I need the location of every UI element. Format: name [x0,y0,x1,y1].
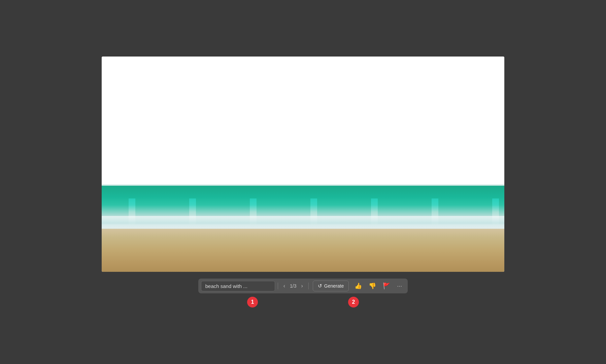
more-icon: ··· [397,283,402,290]
refresh-icon: ↺ [318,283,322,289]
beach-scene [102,57,504,272]
page-indicator: 1/3 [289,283,298,289]
chevron-left-icon: ‹ [283,283,285,289]
divider-1 [278,283,278,289]
nav-group: ‹ 1/3 › [281,282,306,290]
thumbs-up-icon: 👍 [355,282,362,290]
main-container: beach sand with ... ‹ 1/3 › ↺ Generate [102,57,504,307]
image-frame [102,57,504,272]
prev-button[interactable]: ‹ [281,282,288,290]
badge-1: 1 [247,297,258,307]
thumbs-down-button[interactable]: 👎 [366,281,379,291]
action-group: 👍 👎 🚩 ··· [351,281,405,291]
flag-button[interactable]: 🚩 [380,281,393,291]
divider-2 [308,283,309,289]
sky-area [102,57,504,186]
thumbs-up-button[interactable]: 👍 [351,281,365,291]
flag-icon: 🚩 [383,282,390,290]
generate-button[interactable]: ↺ Generate [313,281,349,291]
chevron-right-icon: › [301,283,303,289]
badge-1-label: 1 [251,299,254,305]
badge-2: 2 [348,297,359,307]
thumbs-down-icon: 👎 [369,282,376,290]
horizon-line [102,185,504,185]
prompt-text: beach sand with ... [205,283,247,289]
next-button[interactable]: › [299,282,306,290]
badge-row: 1 2 [247,297,359,307]
toolbar: beach sand with ... ‹ 1/3 › ↺ Generate [198,279,408,293]
more-button[interactable]: ··· [394,281,405,291]
badge-2-label: 2 [352,299,355,305]
prompt-input-wrapper[interactable]: beach sand with ... [201,281,275,291]
generate-label: Generate [324,283,344,289]
toolbar-container: beach sand with ... ‹ 1/3 › ↺ Generate [198,279,408,307]
sand-area [102,229,504,272]
